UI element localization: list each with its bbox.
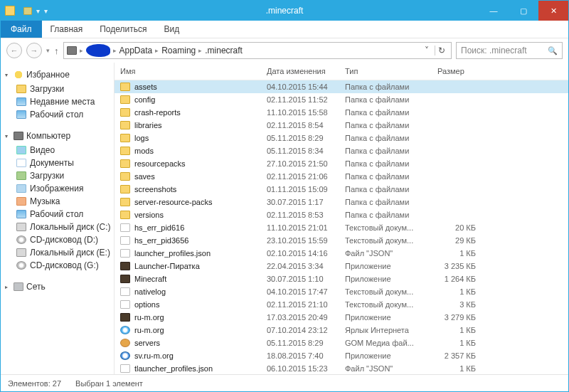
file-row[interactable]: resourcepacks 27.10.2015 21:50 Папка с ф…: [115, 157, 568, 170]
back-button[interactable]: ←: [6, 43, 22, 58]
breadcrumb-segment[interactable]: AppData: [119, 46, 153, 55]
file-row[interactable]: ru-m.org 17.03.2015 20:49 Приложение 3 2…: [115, 311, 568, 324]
sidebar-item[interactable]: Загрузки: [4, 169, 111, 182]
file-icon: [120, 83, 130, 91]
file-row[interactable]: sv.ru-m.org 18.08.2015 7:40 Приложение 2…: [115, 349, 568, 362]
file-date: 07.10.2014 23:12: [264, 326, 342, 334]
col-name[interactable]: Имя: [117, 67, 264, 75]
network-header[interactable]: ▸Сеть: [4, 280, 111, 295]
file-row[interactable]: config 02.11.2015 11:52 Папка с файлами: [115, 93, 568, 106]
file-row[interactable]: options 02.11.2015 21:10 Текстовый докум…: [115, 298, 568, 311]
ribbon: Файл Главная Поделиться Вид: [1, 21, 568, 38]
file-row[interactable]: Launcher-Пиратка 22.04.2015 3:34 Приложе…: [115, 260, 568, 272]
star-icon: [14, 70, 23, 79]
sidebar-item[interactable]: Документы: [4, 157, 111, 169]
tab-home[interactable]: Главная: [42, 21, 92, 38]
sidebar-item[interactable]: Локальный диск (E:): [4, 246, 111, 259]
forward-button[interactable]: →: [26, 43, 42, 58]
file-row[interactable]: server-resource-packs 30.07.2015 1:17 Па…: [115, 196, 568, 208]
tab-view[interactable]: Вид: [155, 21, 188, 38]
file-row[interactable]: logs 05.11.2015 8:29 Папка с файлами: [115, 132, 568, 144]
sidebar-item[interactable]: Рабочий стол: [4, 208, 111, 221]
sidebar-item-label: Видео: [30, 145, 55, 155]
sidebar-item[interactable]: CD-дисковод (D:): [4, 233, 111, 246]
file-date: 30.07.2015 1:17: [264, 198, 342, 206]
file-row[interactable]: tlauncher_profiles.json 06.10.2015 15:23…: [115, 362, 568, 374]
computer-header[interactable]: ▾Компьютер: [4, 129, 111, 144]
col-type[interactable]: Тип: [342, 67, 435, 75]
file-name: config: [134, 95, 155, 104]
favorites-header[interactable]: ▾Избранное: [4, 68, 111, 83]
maximize-button[interactable]: ▢: [509, 1, 538, 21]
search-input[interactable]: Поиск: .minecraft 🔍: [456, 42, 563, 59]
column-headers[interactable]: Имя Дата изменения Тип Размер: [115, 63, 568, 80]
file-size: 3 279 КБ: [435, 313, 482, 322]
breadcrumb-segment[interactable]: Roaming: [161, 46, 196, 55]
tab-share[interactable]: Поделиться: [91, 21, 155, 38]
file-row[interactable]: libraries 02.11.2015 8:54 Папка с файлам…: [115, 119, 568, 132]
file-date: 11.10.2015 15:58: [264, 108, 342, 117]
sidebar-item[interactable]: Рабочий стол: [4, 108, 111, 121]
col-date[interactable]: Дата изменения: [264, 67, 342, 75]
file-type: Папка с файлами: [342, 147, 435, 155]
file-name: sv.ru-m.org: [134, 351, 174, 360]
file-icon: [120, 236, 130, 245]
file-row[interactable]: servers 05.11.2015 8:29 GOM Медиа фай...…: [115, 337, 568, 349]
refresh-button[interactable]: ↻: [435, 46, 448, 55]
file-name: resourcepacks: [134, 159, 186, 168]
file-row[interactable]: launcher_profiles.json 02.10.2015 14:16 …: [115, 247, 568, 260]
file-type: Файл "JSON": [342, 364, 435, 373]
sidebar-item-label: Недавние места: [30, 97, 95, 107]
file-row[interactable]: versions 02.11.2015 8:53 Папка с файлами: [115, 208, 568, 221]
explorer-window: ▾ ▾ .minecraft — ▢ ✕ Файл Главная Подели…: [0, 0, 569, 392]
file-row[interactable]: Minecraft 30.07.2015 1:10 Приложение 1 2…: [115, 272, 568, 285]
file-date: 23.10.2015 15:59: [264, 236, 342, 245]
col-size[interactable]: Размер: [435, 67, 482, 75]
sidebar-item[interactable]: Локальный диск (C:): [4, 221, 111, 233]
file-date: 02.11.2015 21:06: [264, 172, 342, 181]
breadcrumb[interactable]: ▸ ▸ AppData▸ Roaming▸ .minecraft ˅ ↻: [63, 42, 452, 59]
file-row[interactable]: mods 05.11.2015 8:34 Папка с файлами: [115, 144, 568, 157]
pc-icon: [14, 132, 23, 140]
file-row[interactable]: hs_err_pid616 11.10.2015 21:01 Текстовый…: [115, 221, 568, 234]
sidebar-item[interactable]: CD-дисковод (G:): [4, 259, 111, 272]
file-name: assets: [134, 83, 157, 91]
qat-folder-icon[interactable]: [23, 7, 32, 15]
sidebar-item-label: Локальный диск (E:): [30, 248, 110, 258]
file-type: GOM Медиа фай...: [342, 339, 435, 347]
close-button[interactable]: ✕: [538, 1, 568, 21]
file-icon: [120, 313, 130, 322]
file-row[interactable]: assets 04.10.2015 15:44 Папка с файлами: [115, 80, 568, 93]
file-name: hs_err_pid616: [134, 223, 184, 232]
file-name: screenshots: [134, 185, 176, 194]
sidebar-item[interactable]: Загрузки: [4, 83, 111, 95]
sidebar-item-label: Загрузки: [30, 171, 64, 181]
minimize-button[interactable]: —: [479, 1, 509, 21]
file-name: server-resource-packs: [134, 198, 212, 206]
file-row[interactable]: screenshots 01.11.2015 15:09 Папка с фай…: [115, 183, 568, 196]
favorites-label: Избранное: [26, 70, 70, 80]
file-date: 05.11.2015 8:34: [264, 147, 342, 155]
qat-overflow-icon[interactable]: ▾: [44, 7, 48, 15]
file-row[interactable]: ru-m.org 07.10.2014 23:12 Ярлык Интернет…: [115, 324, 568, 337]
sidebar-item[interactable]: Музыка: [4, 195, 111, 208]
file-name: ru-m.org: [134, 313, 164, 322]
tab-file[interactable]: Файл: [1, 21, 42, 38]
up-button[interactable]: ↑: [54, 46, 59, 56]
file-row[interactable]: hs_err_pid3656 23.10.2015 15:59 Текстовы…: [115, 234, 568, 247]
address-bar: ← → ▾ ↑ ▸ ▸ AppData▸ Roaming▸ .minecraft…: [1, 38, 568, 63]
file-date: 04.10.2015 15:44: [264, 83, 342, 91]
file-row[interactable]: crash-reports 11.10.2015 15:58 Папка с ф…: [115, 106, 568, 119]
file-row[interactable]: nativelog 04.10.2015 17:47 Текстовый док…: [115, 285, 568, 298]
redacted-user: [86, 44, 110, 57]
drive-icon: [16, 210, 26, 218]
qat-dropdown-icon[interactable]: ▾: [36, 7, 40, 15]
file-row[interactable]: saves 02.11.2015 21:06 Папка с файлами: [115, 170, 568, 183]
sidebar-item[interactable]: Изображения: [4, 182, 111, 195]
file-icon: [120, 147, 130, 155]
sidebar-item[interactable]: Видео: [4, 144, 111, 157]
history-dropdown-icon[interactable]: ˅: [425, 46, 432, 55]
breadcrumb-segment[interactable]: .minecraft: [205, 46, 243, 55]
recent-locations-icon[interactable]: ▾: [46, 47, 50, 54]
sidebar-item[interactable]: Недавние места: [4, 95, 111, 108]
